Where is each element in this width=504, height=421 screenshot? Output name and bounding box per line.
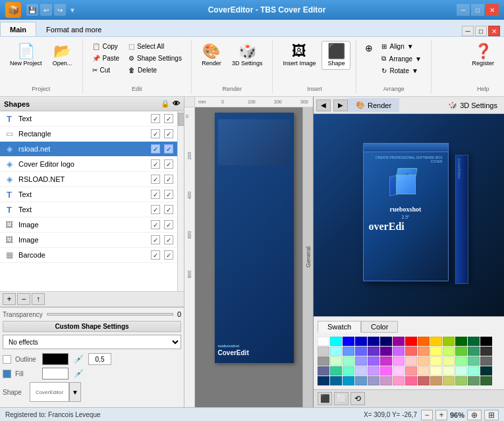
swatch-color-60[interactable] — [368, 376, 379, 385]
tab-main[interactable]: Main — [0, 22, 36, 36]
restore-button[interactable]: □ — [471, 4, 484, 16]
render-tab[interactable]: 🎨 Render — [348, 98, 399, 112]
preview-btn2[interactable]: ⬜ — [334, 392, 349, 405]
new-project-button[interactable]: 📄 New Project — [5, 41, 47, 70]
swatch-color-48[interactable] — [393, 366, 405, 376]
swatch-color-21[interactable] — [405, 347, 417, 356]
swatch-tab-swatch[interactable]: Swatch — [318, 321, 361, 333]
swatch-color-61[interactable] — [380, 376, 392, 385]
swatch-color-46[interactable] — [368, 366, 379, 376]
shape-item-image2[interactable]: 🖼 Image — [0, 233, 177, 248]
shape-check2-image1[interactable] — [164, 220, 173, 229]
swatch-color-29[interactable] — [330, 356, 342, 366]
shape-check1-text2[interactable] — [151, 190, 160, 199]
swatch-color-4[interactable] — [368, 337, 379, 346]
shape-check1-logo[interactable] — [151, 159, 160, 169]
swatch-color-10[interactable] — [443, 337, 455, 346]
minimize-button[interactable]: ─ — [457, 4, 470, 16]
swatch-tab-color[interactable]: Color — [361, 321, 398, 333]
move-up-shape-button[interactable]: ↑ — [32, 293, 45, 305]
shape-item-text1[interactable]: T Text — [0, 111, 177, 126]
swatch-color-11[interactable] — [455, 337, 467, 346]
swatch-color-0[interactable] — [318, 337, 329, 346]
swatch-color-26[interactable] — [468, 347, 480, 356]
shape-check2-logo[interactable] — [164, 159, 173, 169]
swatch-color-57[interactable] — [330, 376, 342, 385]
swatch-color-49[interactable] — [405, 366, 417, 376]
shape-check2-rsloadnet[interactable] — [164, 175, 173, 184]
insert-shape-button[interactable]: ⬛ Shape — [322, 41, 350, 70]
zoom-100-button[interactable]: ⊞ — [484, 410, 499, 420]
swatch-color-24[interactable] — [443, 347, 455, 356]
fill-eyedropper[interactable]: 💉 — [72, 368, 84, 379]
swatch-color-45[interactable] — [355, 366, 367, 376]
shape-dropdown-button[interactable]: ▼ — [69, 382, 81, 402]
swatch-color-56[interactable] — [318, 376, 329, 385]
position-icon-btn[interactable]: ⊕ — [362, 41, 376, 55]
swatch-color-35[interactable] — [405, 356, 417, 366]
swatch-color-22[interactable] — [418, 347, 430, 356]
swatch-color-3[interactable] — [355, 337, 367, 346]
cut-button[interactable]: ✂ Cut — [88, 65, 124, 76]
shape-settings-button[interactable]: ⚙ Shape Settings — [125, 53, 186, 64]
swatch-color-54[interactable] — [468, 366, 480, 376]
paste-button[interactable]: 📌 Paste — [88, 53, 124, 64]
swatch-color-20[interactable] — [393, 347, 405, 356]
swatch-color-67[interactable] — [455, 376, 467, 385]
shape-check2-barcode[interactable] — [164, 250, 173, 260]
swatch-color-47[interactable] — [380, 366, 392, 376]
swatch-color-58[interactable] — [343, 376, 354, 385]
outline-checkbox[interactable] — [3, 355, 11, 364]
swatch-color-12[interactable] — [468, 337, 480, 346]
swatch-color-40[interactable] — [468, 356, 480, 366]
ribbon-restore-btn[interactable]: □ — [475, 26, 487, 36]
shape-item-barcode[interactable]: ▦ Barcode — [0, 248, 177, 263]
insert-image-button[interactable]: 🖼 Insert Image — [278, 41, 320, 70]
canvas-work[interactable]: rueboxshot CoverEdit General — [195, 107, 313, 407]
remove-shape-button[interactable]: − — [17, 293, 30, 305]
arrange-button[interactable]: ⧉ Arrange ▼ — [378, 53, 425, 65]
swatch-color-32[interactable] — [368, 356, 379, 366]
shape-item-rsloadnet[interactable]: ◈ RSLOAD.NET — [0, 172, 177, 187]
swatch-color-51[interactable] — [430, 366, 442, 376]
swatch-color-59[interactable] — [355, 376, 367, 385]
transparency-slider[interactable] — [47, 313, 173, 316]
shape-check1-rsloadnet[interactable] — [151, 175, 160, 184]
nav-prev-button[interactable]: ◀ — [316, 99, 331, 111]
swatch-color-65[interactable] — [430, 376, 442, 385]
swatch-color-36[interactable] — [418, 356, 430, 366]
swatch-color-13[interactable] — [480, 337, 492, 346]
settings3d-button[interactable]: 🎲 3D Settings — [227, 41, 267, 70]
zoom-in-button[interactable]: + — [435, 410, 447, 420]
swatch-color-23[interactable] — [430, 347, 442, 356]
swatch-color-43[interactable] — [330, 366, 342, 376]
ribbon-minimize-btn[interactable]: ─ — [462, 26, 474, 36]
swatch-color-16[interactable] — [343, 347, 354, 356]
close-button[interactable]: ✕ — [486, 4, 499, 16]
swatch-color-1[interactable] — [330, 337, 342, 346]
preview-btn1[interactable]: ⬛ — [318, 392, 332, 405]
shape-check1-rect[interactable] — [151, 129, 160, 138]
swatch-color-27[interactable] — [480, 347, 492, 356]
customize-quick-access[interactable]: ▼ — [68, 4, 77, 16]
swatch-color-62[interactable] — [393, 376, 405, 385]
swatch-color-69[interactable] — [480, 376, 492, 385]
add-shape-button[interactable]: + — [3, 293, 16, 305]
zoom-out-button[interactable]: − — [421, 410, 433, 420]
scrollbar-thumb[interactable] — [178, 113, 184, 126]
swatch-color-31[interactable] — [355, 356, 367, 366]
register-button[interactable]: ❓ Register — [467, 41, 499, 70]
swatch-color-39[interactable] — [455, 356, 467, 366]
swatch-color-14[interactable] — [318, 347, 329, 356]
align-button[interactable]: ⊞ Align ▼ — [378, 41, 425, 52]
shape-item-rsload[interactable]: ◈ rsload.net — [0, 142, 177, 157]
shape-check1-text1[interactable] — [151, 114, 160, 123]
shape-check1-image1[interactable] — [151, 220, 160, 229]
outline-value-input[interactable] — [88, 353, 111, 365]
swatch-color-52[interactable] — [443, 366, 455, 376]
swatch-color-7[interactable] — [405, 337, 417, 346]
shape-check2-text3[interactable] — [164, 205, 173, 214]
preview-btn3[interactable]: ⟲ — [350, 392, 365, 405]
tab-format[interactable]: Format and more — [36, 22, 111, 36]
swatch-color-9[interactable] — [430, 337, 442, 346]
